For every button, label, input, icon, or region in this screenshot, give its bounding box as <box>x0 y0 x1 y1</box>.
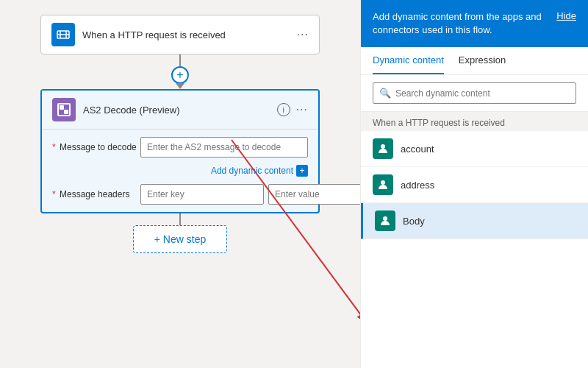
key-input[interactable] <box>140 184 264 205</box>
panel-header-title: Add dynamic content from the apps and co… <box>373 10 549 37</box>
panel-header: Add dynamic content from the apps and co… <box>361 0 588 47</box>
dynamic-content-link[interactable]: Add dynamic content + <box>52 165 308 177</box>
message-input[interactable] <box>140 137 308 158</box>
dynamic-item-body[interactable]: Body <box>361 203 588 239</box>
search-input[interactable] <box>395 88 570 99</box>
dynamic-item-account[interactable]: account <box>361 131 588 167</box>
action-card-body: * Message to decode Add dynamic content … <box>42 130 318 212</box>
headers-row: * Message headers ⊞ <box>52 184 308 205</box>
info-button[interactable]: i <box>277 103 290 116</box>
dynamic-item-address[interactable]: address <box>361 167 588 203</box>
action-icon <box>52 98 76 121</box>
required-star-2: * <box>52 189 56 199</box>
connector-line-1 <box>179 54 181 66</box>
dynamic-plus-icon: + <box>296 165 308 177</box>
headers-label: * Message headers <box>52 189 140 199</box>
account-icon <box>373 138 393 159</box>
add-step-button-1[interactable]: + <box>171 66 189 84</box>
body-label: Body <box>403 216 425 227</box>
svg-point-7 <box>381 180 385 185</box>
action-title: AS2 Decode (Preview) <box>83 105 277 116</box>
hide-button[interactable]: Hide <box>556 10 576 21</box>
panel-search: 🔍 <box>361 75 588 112</box>
search-icon: 🔍 <box>379 88 391 99</box>
address-label: address <box>401 180 434 191</box>
address-svg <box>377 179 389 191</box>
new-step-line <box>179 213 181 225</box>
action-card: AS2 Decode (Preview) i ··· * Message to … <box>40 89 320 213</box>
new-step-button[interactable]: + New step <box>133 225 227 253</box>
account-svg <box>377 143 389 155</box>
message-row: * Message to decode <box>52 137 308 158</box>
trigger-more-button[interactable]: ··· <box>297 28 309 41</box>
trigger-title: When a HTTP request is received <box>82 29 297 40</box>
trigger-icon <box>51 23 75 46</box>
tab-dynamic-content[interactable]: Dynamic content <box>373 47 444 74</box>
action-card-header: AS2 Decode (Preview) i ··· <box>42 91 318 130</box>
body-svg <box>379 215 391 227</box>
message-label: * Message to decode <box>52 142 140 152</box>
canvas: When a HTTP request is received ··· + AS… <box>0 0 360 368</box>
dynamic-content-label: Add dynamic content <box>211 166 293 176</box>
http-icon <box>56 27 71 42</box>
trigger-card: When a HTTP request is received ··· <box>40 15 320 54</box>
required-star-1: * <box>52 142 56 152</box>
headers-inputs <box>140 184 392 205</box>
address-icon <box>373 174 393 195</box>
search-box: 🔍 <box>373 82 576 104</box>
body-icon <box>375 210 395 231</box>
new-step-container: + New step <box>40 213 320 253</box>
account-label: account <box>401 144 434 155</box>
decode-icon <box>57 103 71 116</box>
right-panel: Add dynamic content from the apps and co… <box>360 0 588 368</box>
connector-arrow-1 <box>176 83 184 89</box>
section-label: When a HTTP request is received <box>361 112 588 131</box>
panel-tabs: Dynamic content Expression <box>361 47 588 75</box>
tab-expression[interactable]: Expression <box>459 47 506 74</box>
svg-point-6 <box>381 144 385 149</box>
action-more-button[interactable]: ··· <box>296 103 308 116</box>
svg-point-8 <box>383 216 387 221</box>
connector-1: + <box>40 54 320 89</box>
panel-content: When a HTTP request is received account … <box>361 112 588 368</box>
